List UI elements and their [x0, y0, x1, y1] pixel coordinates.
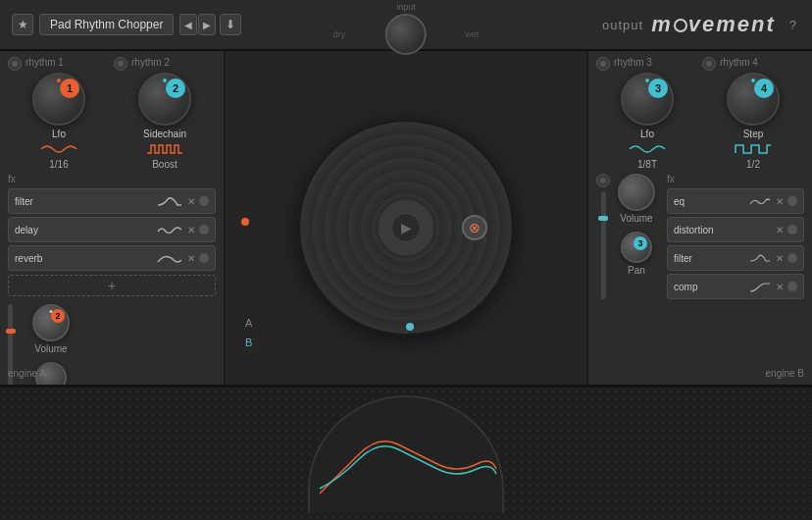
- preset-name[interactable]: Pad Rhythm Chopper: [39, 14, 174, 35]
- vol-label-b: Volume: [620, 213, 652, 224]
- rhythm3-wave: [628, 141, 667, 157]
- rhythm1-rate: 1/16: [49, 159, 68, 170]
- prev-preset-button[interactable]: ◀: [179, 14, 197, 35]
- fx-delay-power[interactable]: [199, 225, 209, 234]
- fx-filter-b[interactable]: filter ✕: [667, 245, 804, 271]
- fx-section-b: fx eq ✕ distortion ✕ filter ✕: [667, 174, 804, 302]
- fx-comp-name: comp: [674, 282, 748, 292]
- save-button[interactable]: ⬇: [220, 14, 241, 35]
- rhythm4-type: Step: [743, 129, 764, 139]
- fx-reverb[interactable]: reverb ✕: [8, 245, 216, 271]
- pan-label-b: Pan: [628, 265, 645, 276]
- volume-knob-b[interactable]: [618, 174, 655, 211]
- vol-slider-b-area: Volume 3 Pan fx eq ✕ distortion ✕: [588, 170, 812, 306]
- output-meter-wrap: output: [308, 395, 504, 513]
- rhythm1-number: 1: [60, 78, 79, 98]
- input-knob[interactable]: [384, 14, 426, 55]
- fx-section-a: fx filter ✕ delay ✕ reverb ✕ +: [0, 170, 224, 300]
- rhythm3-power[interactable]: [596, 57, 610, 71]
- rhythm3-knob[interactable]: 3: [621, 73, 674, 126]
- fx-eq-name: eq: [674, 196, 748, 207]
- output-waveform: [310, 415, 504, 513]
- rhythm1-block: rhythm 1 1 Lfo 1/16: [8, 57, 110, 170]
- fx-filter-b-close[interactable]: ✕: [776, 253, 784, 264]
- position-dot-a: [241, 218, 249, 226]
- rhythm1-knob[interactable]: 1: [32, 73, 85, 126]
- rhythm4-knob[interactable]: 4: [727, 73, 780, 126]
- fx-distortion[interactable]: distortion ✕: [667, 217, 804, 242]
- rhythm2-wave: [145, 141, 184, 157]
- main-area: rhythm 1 1 Lfo 1/16: [0, 51, 812, 385]
- fx-reverb-close[interactable]: ✕: [187, 253, 195, 264]
- fx-distortion-close[interactable]: ✕: [776, 225, 784, 235]
- rhythm-row-a: rhythm 1 1 Lfo 1/16: [0, 51, 224, 170]
- filter-b-curve: [748, 251, 772, 265]
- engine-b-label: engine B: [766, 368, 804, 379]
- rhythm3-label: rhythm 3: [614, 57, 652, 68]
- fx-filter-name: filter: [15, 196, 156, 207]
- eq-curve: [748, 194, 772, 208]
- brand-movement: mvement: [651, 12, 776, 37]
- rhythm1-power[interactable]: [8, 57, 22, 71]
- fx-distortion-name: distortion: [674, 225, 772, 235]
- rhythm2-block: rhythm 2 2 Sidechain Boost: [114, 57, 216, 170]
- fx-delay-name: delay: [15, 225, 156, 235]
- position-dot-b: [406, 323, 414, 331]
- engine-a-label: engine A: [8, 368, 46, 379]
- rhythm2-number: 2: [166, 78, 185, 98]
- fx-filter-close[interactable]: ✕: [187, 196, 195, 207]
- fx-reverb-name: reverb: [15, 253, 156, 264]
- volume-knob-a[interactable]: 2: [32, 304, 70, 341]
- fx-filter[interactable]: filter ✕: [8, 188, 216, 214]
- delay-curve: [156, 222, 183, 237]
- rhythm2-subtype: Boost: [152, 159, 178, 170]
- fx-comp-close[interactable]: ✕: [776, 282, 784, 292]
- rhythm3-rate: 1/8T: [637, 159, 657, 170]
- b-label: B: [245, 333, 252, 350]
- center-area: ▶ ⊗ A B: [226, 51, 586, 385]
- engine-b-power[interactable]: [596, 174, 610, 187]
- rhythm1-label: rhythm 1: [25, 57, 64, 68]
- vol-slider-b[interactable]: [601, 191, 606, 299]
- fx-eq-power[interactable]: [787, 196, 797, 206]
- rhythm3-type: Lfo: [640, 129, 654, 139]
- rhythm4-block: rhythm 4 4 Step 1/2: [702, 57, 804, 170]
- rhythm4-wave: [734, 141, 773, 157]
- output-brand-label: output: [602, 18, 643, 32]
- dry-label: dry: [333, 29, 346, 39]
- rhythm2-knob[interactable]: 2: [138, 73, 191, 126]
- fx-label-b: fx: [667, 174, 804, 184]
- vol-pan-b: Volume 3 Pan: [618, 174, 655, 302]
- fx-delay[interactable]: delay ✕: [8, 217, 216, 242]
- fx-comp[interactable]: comp ✕: [667, 274, 804, 299]
- help-button[interactable]: ?: [789, 18, 796, 32]
- vol-number: 2: [51, 309, 65, 323]
- comp-curve: [748, 280, 772, 293]
- brand: output mvement ?: [602, 12, 796, 37]
- fx-eq[interactable]: eq ✕: [667, 188, 804, 214]
- rhythm-row-b: rhythm 3 3 Lfo 1/8T rhythm 4: [588, 51, 812, 170]
- rhythm2-power[interactable]: [114, 57, 127, 71]
- rhythm4-power[interactable]: [702, 57, 716, 71]
- fx-distortion-power[interactable]: [787, 225, 797, 234]
- pan-knob-b[interactable]: 3: [621, 232, 652, 263]
- rhythm4-label: rhythm 4: [720, 57, 758, 68]
- fx-eq-close[interactable]: ✕: [776, 196, 784, 207]
- vol-label-a: Volume: [34, 343, 67, 354]
- fx-filter-power[interactable]: [199, 196, 209, 206]
- fx-reverb-power[interactable]: [199, 253, 209, 263]
- favorite-button[interactable]: ★: [12, 14, 33, 35]
- top-bar: ★ Pad Rhythm Chopper ◀ ▶ ⬇ input dry wet…: [0, 0, 812, 51]
- wet-label: wet: [465, 29, 479, 39]
- crosshair-button[interactable]: ⊗: [462, 215, 487, 240]
- fx-delay-close[interactable]: ✕: [187, 225, 195, 235]
- fx-comp-power[interactable]: [787, 282, 797, 291]
- output-meter: [308, 395, 504, 513]
- rhythm2-type: Sidechain: [143, 129, 186, 139]
- fx-add-button[interactable]: +: [8, 275, 216, 296]
- rhythm4-number: 4: [754, 78, 774, 98]
- next-preset-button[interactable]: ▶: [198, 14, 216, 35]
- fx-filter-b-power[interactable]: [787, 253, 797, 263]
- input-label: input: [396, 2, 416, 12]
- vinyl-record[interactable]: ▶ ⊗: [298, 120, 514, 336]
